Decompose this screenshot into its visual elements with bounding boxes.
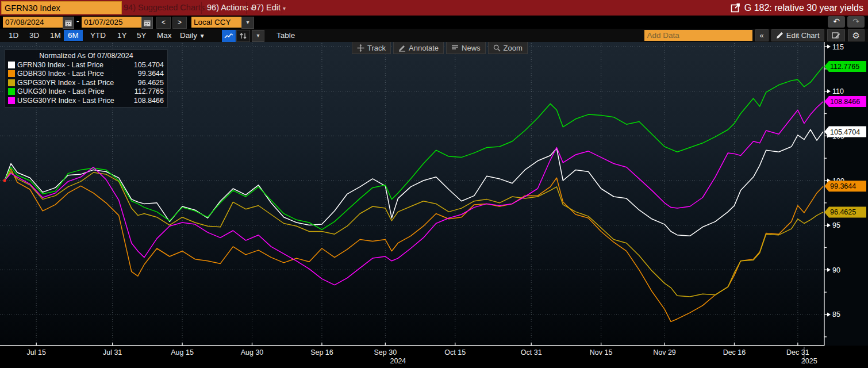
magnifier-icon: [493, 44, 501, 52]
y-tick-label: 110: [832, 87, 844, 95]
date-range-separator: -: [76, 17, 79, 26]
menu-actions-label: 96) Actions: [207, 3, 248, 12]
series-line-GFRN30[interactable]: [5, 130, 823, 236]
menu-edit-label: 97) Edit: [252, 3, 281, 12]
calendar-icon[interactable]: [63, 17, 74, 29]
news-lines-icon: [451, 44, 459, 51]
start-date-input[interactable]: [3, 17, 63, 28]
news-label: News: [462, 44, 481, 52]
x-tick-label: Oct 15: [444, 348, 466, 356]
track-label: Track: [367, 44, 386, 52]
currency-select[interactable]: Local CCY: [191, 17, 242, 28]
x-tick-label: Oct 31: [521, 348, 542, 356]
legend-item[interactable]: GSPG30YR Index - Last Price 96.4625: [7, 78, 165, 87]
redo-button[interactable]: ↷: [847, 16, 865, 28]
range-button-1m[interactable]: 1M: [46, 30, 65, 41]
end-date-input[interactable]: [82, 17, 141, 28]
last-price-badge-value: 96.4625: [830, 208, 856, 216]
zoom-label: Zoom: [504, 44, 523, 52]
menu-suggested-charts-label: 94) Suggested Charts: [124, 3, 205, 12]
menu-divider: [201, 2, 202, 14]
range-button-1y[interactable]: 1Y: [113, 30, 131, 41]
range-button-5y[interactable]: 5Y: [133, 30, 151, 41]
x-tick-label: Sep 16: [310, 348, 333, 356]
legend-item-value: 105.4704: [134, 61, 165, 69]
chart-title: G 182: relative 30 year yields: [744, 3, 863, 13]
x-tick-label: Sep 30: [374, 348, 397, 356]
range-button-max[interactable]: Max: [153, 30, 176, 41]
shift-range-back-button[interactable]: <: [156, 17, 171, 29]
bloomberg-terminal-g-chart: { "titlebar": { "security": "GFRN30 Inde…: [0, 0, 868, 368]
track-button[interactable]: Track: [352, 41, 391, 54]
menu-divider: [246, 2, 247, 14]
legend-item[interactable]: GUKG30 Index - Last Price 112.7765: [7, 87, 165, 97]
menu-edit[interactable]: 97) Edit▾: [247, 0, 290, 16]
undo-button[interactable]: ↶: [828, 16, 845, 28]
x-tick-label: Jul 31: [103, 348, 122, 356]
series-color-swatch: [8, 79, 15, 86]
pencil-icon: [776, 32, 783, 39]
period-select-label: Daily: [180, 31, 197, 40]
x-tick-label: Nov 15: [590, 348, 613, 356]
range-button-3d[interactable]: 3D: [25, 30, 43, 41]
pencil-icon: [398, 44, 406, 52]
shift-range-forward-button[interactable]: >: [172, 17, 187, 29]
series-color-swatch: [8, 62, 15, 68]
edit-chart-button[interactable]: Edit Chart: [771, 29, 824, 41]
axis-settings-icon[interactable]: [236, 30, 250, 42]
y-tick-label: 115: [832, 43, 844, 51]
menu-suggested-charts[interactable]: 94) Suggested Charts▾: [119, 0, 214, 16]
series-start-marker: [3, 179, 6, 182]
calendar-icon[interactable]: [141, 17, 153, 29]
range-button-6m[interactable]: 6M: [64, 30, 83, 41]
series-line-USGG30YR[interactable]: [5, 102, 823, 285]
chart-annotation-settings-icon[interactable]: [827, 29, 845, 41]
news-button[interactable]: News: [446, 41, 486, 54]
crosshair-icon: [357, 44, 364, 52]
legend-title: Normalized As Of 07/08/2024: [7, 51, 165, 60]
zoom-button[interactable]: Zoom: [488, 41, 528, 54]
legend-item-label: GUKG30 Index - Last Price: [17, 87, 104, 95]
year-label: 2024: [390, 357, 406, 365]
legend-item-label: GFRN30 Index - Last Price: [17, 61, 103, 69]
legend-item-value: 99.3644: [138, 70, 165, 78]
export-icon[interactable]: [731, 3, 740, 13]
series-color-swatch: [8, 88, 15, 95]
series-color-swatch: [8, 70, 15, 77]
range-button-1d[interactable]: 1D: [5, 30, 22, 41]
date-bar: - < > Local CCY ▾ ↶ ↷: [0, 16, 868, 29]
range-button-ytd[interactable]: YTD: [86, 30, 110, 41]
line-chart-type-icon[interactable]: [222, 30, 236, 42]
chart-tools: Track Annotate News Zoom: [352, 41, 528, 54]
legend-item[interactable]: USGG30YR Index - Last Price 108.8466: [7, 96, 165, 105]
legend-item[interactable]: GDBR30 Index - Last Price 99.3644: [7, 70, 165, 79]
annotate-button[interactable]: Annotate: [393, 41, 444, 54]
table-button[interactable]: Table: [272, 30, 299, 41]
x-tick-label: Aug 15: [171, 348, 194, 356]
chart-legend: Normalized As Of 07/08/2024 GFRN30 Index…: [5, 49, 168, 108]
currency-dropdown-caret[interactable]: ▾: [241, 17, 254, 29]
security-input[interactable]: [1, 1, 122, 14]
series-color-swatch: [8, 97, 15, 104]
y-tick-label: 95: [832, 221, 840, 229]
edit-chart-label: Edit Chart: [786, 31, 820, 40]
x-tick-label: Dec 31: [786, 348, 809, 356]
legend-item[interactable]: GFRN30 Index - Last Price 105.4704: [7, 60, 165, 70]
title-bar: 94) Suggested Charts▾ 96) Actions▾ 97) E…: [0, 0, 868, 16]
x-tick-label: Dec 16: [723, 348, 746, 356]
series-line-GSPG30YR[interactable]: [5, 172, 823, 297]
chevron-down-icon: ▼: [199, 33, 205, 39]
gear-icon[interactable]: ⚙: [848, 29, 865, 41]
legend-item-label: GSPG30YR Index - Last Price: [17, 79, 114, 87]
collapse-panel-button[interactable]: «: [755, 29, 769, 41]
chart-type-dropdown-caret[interactable]: ▾: [252, 30, 264, 42]
x-tick-label: Nov 29: [653, 348, 676, 356]
last-price-badge-value: 99.3644: [830, 182, 856, 190]
legend-item-value: 108.8466: [134, 97, 165, 105]
chart-toolbar-row: 1D 3D 1M 6M YTD 1Y 5Y Max Daily ▼ ▾ Tabl…: [0, 29, 868, 42]
legend-item-label: USGG30YR Index - Last Price: [17, 97, 114, 105]
add-data-input[interactable]: [644, 30, 752, 41]
menu-divider: [282, 2, 282, 14]
period-select[interactable]: Daily ▼: [176, 30, 209, 41]
last-price-badge-value: 112.7765: [830, 63, 859, 71]
